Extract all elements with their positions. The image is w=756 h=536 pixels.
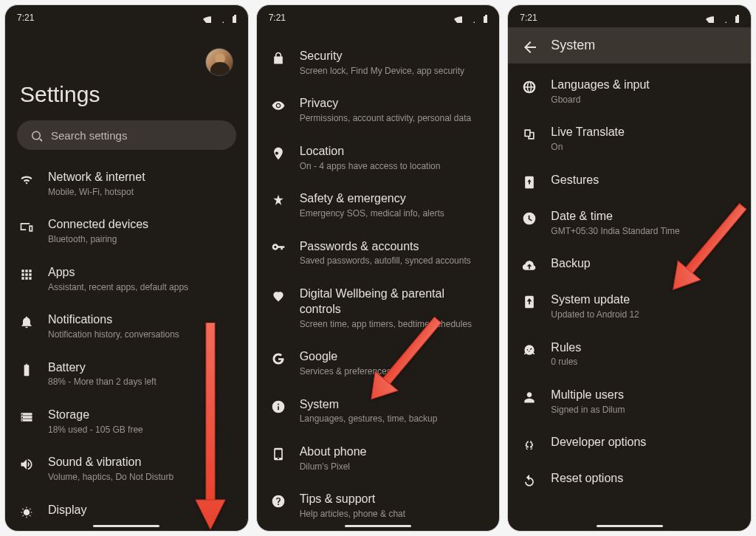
appbar-title: System (551, 38, 595, 53)
settings-row-backup[interactable]: Backup (508, 247, 751, 283)
settings-row-display[interactable]: Display (5, 493, 248, 529)
wifi-status-icon (453, 13, 462, 23)
wifi-status-icon (704, 13, 714, 23)
row-title: Notifications (48, 312, 235, 328)
settings-row-sysupdate[interactable]: System updateUpdated to Android 12 (508, 283, 751, 330)
system-list[interactable]: Languages & inputGboardLive TranslateOnG… (508, 63, 751, 531)
settings-row-info[interactable]: SystemLanguages, gestures, time, backup (257, 388, 500, 435)
status-icons (704, 13, 739, 23)
status-time: 7:21 (17, 13, 34, 23)
settings-row-battery[interactable]: Battery88% - More than 2 days left (5, 351, 248, 398)
settings-row-location[interactable]: LocationOn - 4 apps have access to locat… (257, 134, 500, 182)
row-title: Security (300, 49, 487, 64)
status-bar: 7:21 (508, 5, 751, 27)
row-title: Storage (48, 408, 235, 423)
settings-row-storage[interactable]: Storage18% used - 105 GB free (5, 398, 248, 445)
settings-row-emergency[interactable]: Safety & emergencyEmergency SOS, medical… (257, 182, 500, 229)
status-time: 7:21 (520, 13, 537, 23)
settings-row-multiuser[interactable]: Multiple usersSigned in as Dilum (508, 378, 751, 425)
row-subtitle: Languages, gestures, time, backup (300, 413, 487, 425)
settings-row-wellbeing[interactable]: Digital Wellbeing & parental controlsScr… (257, 277, 500, 340)
row-title: About phone (300, 444, 487, 460)
row-subtitle: Emergency SOS, medical info, alerts (300, 208, 487, 220)
translate-icon (521, 125, 537, 142)
search-bar[interactable]: Search settings (17, 120, 236, 150)
settings-row-lock[interactable]: SecurityScreen lock, Find My Device, app… (257, 39, 500, 86)
cell-status-icon (717, 13, 726, 23)
settings-row-devices[interactable]: Connected devicesBluetooth, pairing (5, 207, 248, 255)
status-bar: 7:21 (5, 5, 248, 27)
row-title: Safety & emergency (300, 191, 487, 207)
settings-row-rules[interactable]: Rules0 rules (508, 331, 751, 378)
settings-row-key[interactable]: Passwords & accountsSaved passwords, aut… (257, 230, 500, 277)
settings-row-translate[interactable]: Live TranslateOn (508, 115, 751, 162)
rules-icon (521, 340, 537, 357)
settings-row-apps[interactable]: AppsAssistant, recent apps, default apps (5, 255, 248, 303)
row-title: Sound & vibration (48, 455, 235, 470)
row-subtitle: Help articles, phone & chat (300, 509, 487, 520)
wifi-icon (18, 170, 35, 187)
gestures-icon (521, 173, 537, 190)
settings-row-sound[interactable]: Sound & vibrationVolume, haptics, Do Not… (5, 445, 248, 492)
search-icon (29, 128, 42, 142)
search-placeholder: Search settings (51, 129, 127, 142)
row-subtitle: 88% - More than 2 days left (48, 377, 235, 388)
page-title: Settings (5, 76, 248, 120)
row-title: Gestures (551, 173, 738, 188)
home-indicator[interactable] (93, 525, 159, 527)
row-subtitle: Volume, haptics, Do Not Disturb (48, 472, 235, 484)
settings-row-privacy[interactable]: PrivacyPermissions, account activity, pe… (257, 86, 500, 134)
settings-list[interactable]: SecurityScreen lock, Find My Device, app… (257, 27, 500, 531)
row-title: Live Translate (551, 125, 738, 140)
row-title: Backup (551, 256, 738, 272)
row-title: Date & time (551, 209, 738, 224)
settings-row-devopt[interactable]: Developer options (508, 425, 751, 461)
app-bar: System (508, 27, 751, 63)
row-subtitle: On (551, 142, 738, 154)
profile-avatar[interactable] (205, 48, 233, 76)
battery-icon (18, 360, 35, 377)
emergency-icon (270, 191, 286, 208)
row-subtitle: Notification history, conversations (48, 329, 235, 341)
settings-list[interactable]: Network & internetMobile, Wi-Fi, hotspot… (5, 157, 248, 531)
settings-row-reset[interactable]: Reset options (508, 461, 751, 498)
apps-icon (18, 265, 35, 282)
display-icon (18, 503, 35, 520)
status-bar: 7:21 (257, 5, 500, 27)
row-title: Multiple users (551, 388, 738, 403)
settings-row-notifications[interactable]: NotificationsNotification history, conve… (5, 303, 248, 350)
clock-icon (521, 209, 537, 226)
row-subtitle: Screen lock, Find My Device, app securit… (300, 66, 487, 78)
multiuser-icon (521, 388, 537, 405)
lock-icon (270, 49, 286, 66)
row-title: Reset options (551, 471, 738, 487)
row-title: Passwords & accounts (300, 239, 487, 255)
backup-icon (521, 256, 537, 273)
devices-icon (18, 217, 35, 234)
home-indicator[interactable] (597, 525, 663, 527)
row-title: Display (48, 503, 235, 518)
settings-row-tips[interactable]: Tips & supportHelp articles, phone & cha… (257, 482, 500, 529)
settings-row-wifi[interactable]: Network & internetMobile, Wi-Fi, hotspot (5, 160, 248, 207)
row-subtitle: Saved passwords, autofill, synced accoun… (300, 255, 487, 267)
info-icon (270, 397, 286, 414)
row-subtitle: Services & preferences (300, 366, 487, 378)
settings-row-gestures[interactable]: Gestures (508, 163, 751, 199)
row-subtitle: Assistant, recent apps, default apps (48, 282, 235, 294)
row-title: System (300, 397, 487, 413)
row-subtitle: Screen time, app timers, bedtime schedul… (300, 319, 487, 331)
row-title: Privacy (300, 96, 487, 111)
cell-status-icon (214, 13, 224, 23)
home-indicator[interactable] (345, 525, 411, 527)
row-subtitle: Dilum's Pixel (300, 461, 487, 473)
settings-row-phone[interactable]: About phoneDilum's Pixel (257, 435, 500, 482)
row-title: Battery (48, 360, 235, 376)
settings-row-clock[interactable]: Date & timeGMT+05:30 India Standard Time (508, 199, 751, 247)
settings-row-google[interactable]: GoogleServices & preferences (257, 340, 500, 387)
settings-row-language[interactable]: Languages & inputGboard (508, 68, 751, 115)
back-icon[interactable] (521, 38, 536, 53)
battery-status-icon (729, 13, 739, 23)
phone-icon (270, 444, 286, 461)
row-title: Languages & input (551, 78, 738, 93)
tips-icon (270, 492, 286, 509)
